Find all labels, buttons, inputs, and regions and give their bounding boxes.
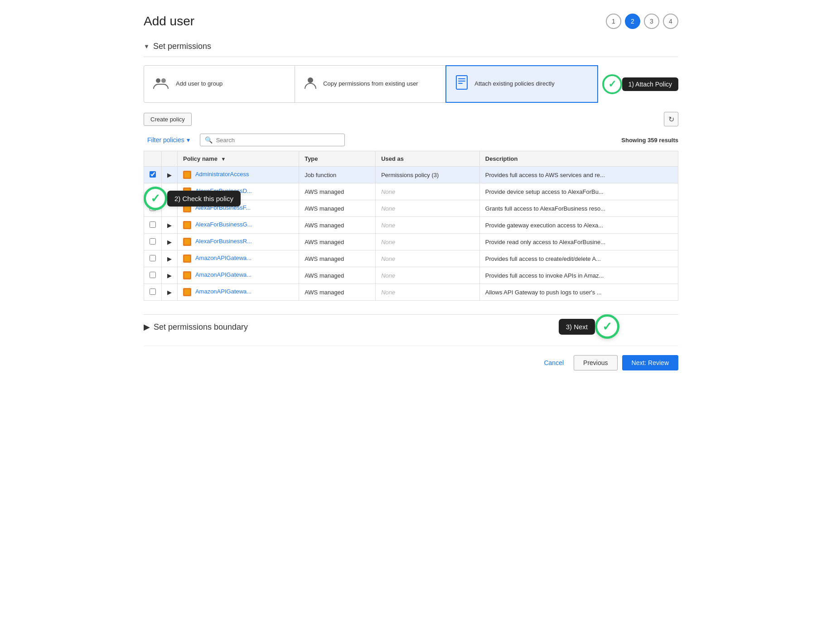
next-review-button[interactable]: Next: Review [622, 355, 678, 370]
table-row: AlexaForBusinessF... AWS managed None Gr… [144, 200, 678, 217]
permission-options-wrapper: Add user to group Copy permissions from … [144, 65, 678, 103]
checkbox-cell-6[interactable] [144, 250, 162, 267]
col-policy-name-label: Policy name [183, 155, 218, 162]
previous-button[interactable]: Previous [574, 355, 617, 370]
policy-name-cell-2: AlexaForBusinessD... [178, 183, 299, 200]
description-cell-8: Allows API Gateway to push logs to user'… [479, 284, 678, 301]
search-box: 🔍 [200, 134, 345, 146]
checkbox-cell-8[interactable] [144, 284, 162, 301]
page-title: Add user [144, 14, 194, 29]
results-count-text: Showing 359 results [621, 137, 678, 144]
used-as-cell-4: None [376, 217, 480, 234]
refresh-button[interactable]: ↻ [664, 112, 678, 126]
step-3[interactable]: 3 [644, 14, 659, 29]
row-checkbox-7[interactable] [150, 272, 156, 278]
policy-icon-5 [183, 238, 191, 246]
policy-name-link-8[interactable]: AmazonAPIGatewa... [195, 288, 251, 295]
filter-policies-button[interactable]: Filter policies ▾ [144, 134, 193, 146]
policy-name-cell-8: AmazonAPIGatewa... [178, 284, 299, 301]
cancel-button[interactable]: Cancel [538, 356, 569, 370]
expand-cell-1[interactable]: ▶ [162, 167, 178, 183]
policy-name-link-7[interactable]: AmazonAPIGatewa... [195, 271, 251, 278]
policy-name-link-5[interactable]: AlexaForBusinessR... [195, 238, 252, 245]
row-checkbox-8[interactable] [150, 288, 156, 295]
checkbox-cell-7[interactable] [144, 267, 162, 284]
type-cell-4: AWS managed [299, 217, 376, 234]
expand-cell-8[interactable]: ▶ [162, 284, 178, 301]
description-cell-1: Provides full access to AWS services and… [479, 167, 678, 183]
row-checkbox-1[interactable] [150, 171, 156, 178]
toolbar-row: Create policy ↻ [144, 112, 678, 126]
policy-name-link-6[interactable]: AmazonAPIGatewa... [195, 255, 251, 261]
policy-name-link-4[interactable]: AlexaForBusinessG... [195, 221, 252, 228]
set-permissions-section-header: ▼ Set permissions [144, 42, 678, 57]
copy-permissions-option[interactable]: Copy permissions from existing user [295, 65, 446, 103]
row-checkbox-2[interactable] [150, 188, 156, 194]
policy-name-link-3[interactable]: AlexaForBusinessF... [195, 204, 251, 211]
description-cell-4: Provide gateway execution access to Alex… [479, 217, 678, 234]
search-input[interactable] [216, 137, 340, 144]
add-user-group-option[interactable]: Add user to group [144, 65, 295, 103]
checkbox-cell-5[interactable] [144, 234, 162, 250]
used-as-cell-5: None [376, 234, 480, 250]
footer-row: 3) Next ✓ Cancel Previous Next: Review [144, 346, 678, 370]
expand-cell-3[interactable] [162, 200, 178, 217]
policy-name-link-1[interactable]: AdministratorAccess [195, 171, 249, 178]
policy-icon-7 [183, 271, 191, 279]
search-icon: 🔍 [205, 136, 213, 144]
col-used-as: Used as [376, 151, 480, 167]
col-policy-name[interactable]: Policy name ▼ [178, 151, 299, 167]
table-row: ▶ AlexaForBusinessR... AWS managed None … [144, 234, 678, 250]
table-row: ▶ AmazonAPIGatewa... AWS managed None Pr… [144, 250, 678, 267]
attach-policy-annotation-label: 1) Attach Policy [622, 77, 679, 91]
checkbox-cell-2[interactable] [144, 183, 162, 200]
description-cell-6: Provides full access to create/edit/dele… [479, 250, 678, 267]
row-checkbox-3[interactable] [150, 205, 156, 211]
section-arrow-icon: ▼ [144, 43, 150, 50]
type-cell-1: Job function [299, 167, 376, 183]
step-indicators: 1 2 3 4 [606, 14, 678, 29]
permissions-boundary-header[interactable]: ▶ Set permissions boundary [144, 322, 678, 332]
page-header: Add user 1 2 3 4 [144, 14, 678, 29]
policy-icon-6 [183, 255, 191, 263]
expand-cell-6[interactable]: ▶ [162, 250, 178, 267]
set-permissions-label: Set permissions [153, 42, 211, 51]
expand-cell-4[interactable]: ▶ [162, 217, 178, 234]
type-cell-2: AWS managed [299, 183, 376, 200]
checkbox-cell-3[interactable] [144, 200, 162, 217]
table-row: ▶ AdministratorAccess Job function Permi… [144, 167, 678, 183]
permissions-boundary-label: Set permissions boundary [154, 322, 248, 332]
expand-cell-5[interactable]: ▶ [162, 234, 178, 250]
svg-rect-5 [458, 81, 465, 82]
step-4[interactable]: 4 [663, 14, 678, 29]
policy-name-cell-5: AlexaForBusinessR... [178, 234, 299, 250]
filter-search-row: Filter policies ▾ 🔍 Showing 359 results [144, 134, 678, 146]
policy-name-cell-4: AlexaForBusinessG... [178, 217, 299, 234]
row-checkbox-4[interactable] [150, 221, 156, 228]
svg-point-2 [308, 77, 313, 83]
checkbox-cell-4[interactable] [144, 217, 162, 234]
create-policy-button[interactable]: Create policy [144, 113, 192, 126]
sort-arrow-icon: ▼ [221, 156, 226, 162]
step-1[interactable]: 1 [606, 14, 621, 29]
policy-icon-2 [183, 187, 191, 196]
filter-policies-label: Filter policies [147, 136, 184, 144]
col-expand [162, 151, 178, 167]
policy-icon-1 [183, 171, 191, 179]
expand-cell-7[interactable]: ▶ [162, 267, 178, 284]
type-cell-6: AWS managed [299, 250, 376, 267]
attach-policy-option[interactable]: Attach existing policies directly [445, 65, 598, 103]
policy-icon-8 [183, 288, 191, 296]
policy-name-link-2[interactable]: AlexaForBusinessD... [195, 187, 252, 194]
row-checkbox-6[interactable] [150, 255, 156, 261]
refresh-icon: ↻ [668, 115, 674, 124]
type-cell-8: AWS managed [299, 284, 376, 301]
checkbox-cell-1[interactable] [144, 167, 162, 183]
step-2[interactable]: 2 [625, 14, 640, 29]
policy-icon-4 [183, 221, 191, 229]
attach-policy-check-icon: ✓ [602, 74, 622, 94]
row-checkbox-5[interactable] [150, 238, 156, 245]
col-checkbox [144, 151, 162, 167]
used-as-cell-7: None [376, 267, 480, 284]
expand-cell-2[interactable] [162, 183, 178, 200]
